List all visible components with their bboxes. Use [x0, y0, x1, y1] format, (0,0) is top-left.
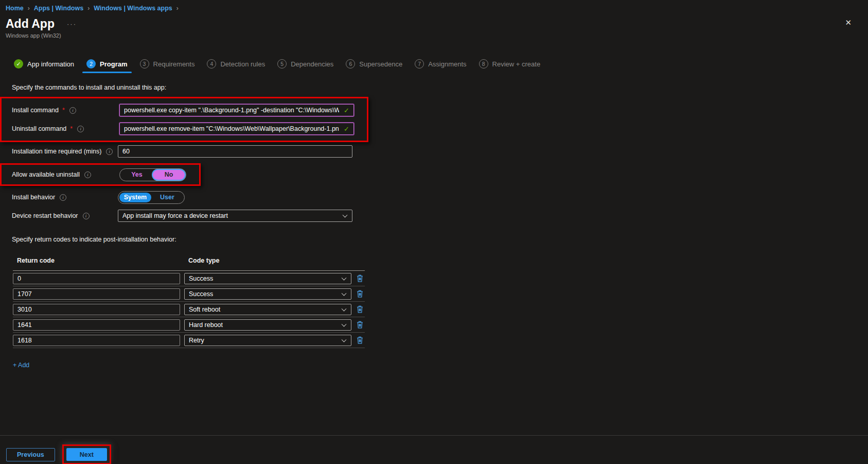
- step-app-information[interactable]: ✓ App information: [9, 59, 81, 73]
- info-icon[interactable]: i: [106, 148, 113, 155]
- allow-available-uninstall-label: Allow available uninstall i: [2, 171, 119, 178]
- breadcrumb-home[interactable]: Home: [6, 5, 24, 12]
- info-icon[interactable]: i: [84, 171, 91, 178]
- step-program[interactable]: 2 Program: [81, 59, 134, 73]
- previous-button[interactable]: Previous: [6, 448, 55, 461]
- return-code-row: Hard reboot: [13, 317, 365, 333]
- step-number-badge: 4: [207, 59, 216, 68]
- install-command-row: Install command* i ✓: [2, 101, 367, 119]
- label-text: Install behavior: [12, 194, 55, 201]
- install-time-row: Installation time required (mins) i: [0, 142, 868, 161]
- uninstall-command-label: Uninstall command* i: [2, 125, 119, 132]
- uninstall-command-row: Uninstall command* i ✓: [2, 119, 367, 138]
- step-dependencies[interactable]: 5 Dependencies: [272, 59, 341, 73]
- install-time-label: Installation time required (mins) i: [0, 148, 118, 155]
- device-restart-behavior-select[interactable]: App install may force a device restart: [118, 210, 352, 222]
- return-code-input[interactable]: [13, 335, 180, 346]
- wizard-footer: Previous Next: [0, 435, 868, 464]
- code-type-select[interactable]: Success: [184, 273, 351, 284]
- add-return-code-link[interactable]: + Add: [13, 362, 29, 369]
- step-label: Supersedence: [359, 60, 402, 68]
- device-restart-behavior-row: Device restart behavior i App install ma…: [0, 207, 868, 225]
- label-text: Allow available uninstall: [12, 171, 80, 178]
- code-type-select[interactable]: Success: [184, 288, 351, 300]
- required-asterisk: *: [70, 125, 73, 132]
- step-number-badge: 8: [479, 59, 488, 68]
- label-text: Installation time required (mins): [12, 148, 101, 155]
- step-done-check-icon: ✓: [14, 59, 23, 68]
- breadcrumb-windows-apps[interactable]: Windows | Windows apps: [94, 5, 172, 12]
- info-icon[interactable]: i: [69, 107, 76, 114]
- breadcrumb-separator: ›: [176, 5, 179, 12]
- chevron-down-icon: [342, 290, 347, 296]
- install-behavior-toggle: System User: [118, 191, 185, 204]
- valid-check-icon: ✓: [344, 107, 349, 114]
- step-number-badge: 6: [346, 59, 355, 68]
- uninstall-command-input[interactable]: [119, 123, 354, 135]
- close-icon[interactable]: ✕: [845, 18, 852, 27]
- info-icon[interactable]: i: [83, 213, 90, 219]
- page-subtitle: Windows app (Win32): [6, 32, 868, 39]
- more-options-icon[interactable]: ···: [67, 20, 77, 28]
- code-type-column-header: Code type: [184, 257, 219, 264]
- allow-available-uninstall-row: Allow available uninstall i Yes No: [2, 165, 199, 184]
- select-value: Success: [189, 275, 213, 282]
- install-time-input[interactable]: [118, 145, 352, 158]
- chevron-down-icon: [342, 306, 347, 311]
- return-code-input[interactable]: [13, 288, 180, 300]
- chevron-down-icon: [342, 275, 347, 280]
- delete-row-trash-icon[interactable]: [357, 321, 363, 329]
- return-codes-header-row: Return code Code type: [13, 250, 365, 271]
- breadcrumb-separator: ›: [87, 5, 90, 12]
- commands-section-heading: Specify the commands to install and unin…: [12, 84, 868, 91]
- install-command-label: Install command* i: [2, 107, 119, 114]
- step-label: App information: [27, 60, 74, 68]
- step-detection-rules[interactable]: 4 Detection rules: [202, 59, 272, 73]
- step-supersedence[interactable]: 6 Supersedence: [341, 59, 410, 73]
- step-label: Requirements: [153, 60, 195, 68]
- delete-row-trash-icon[interactable]: [357, 274, 363, 282]
- select-value: App install may force a device restart: [122, 212, 228, 219]
- label-text: Install command: [12, 107, 59, 114]
- info-icon[interactable]: i: [60, 194, 66, 201]
- delete-row-trash-icon[interactable]: [357, 290, 363, 298]
- code-type-select[interactable]: Retry: [184, 335, 351, 346]
- toggle-option-system-selected[interactable]: System: [119, 193, 151, 202]
- info-icon[interactable]: i: [77, 126, 84, 132]
- return-code-row: Soft reboot: [13, 302, 365, 317]
- code-type-select[interactable]: Hard reboot: [184, 319, 351, 331]
- return-code-input[interactable]: [13, 273, 180, 284]
- step-review-create[interactable]: 8 Review + create: [474, 59, 548, 73]
- next-button[interactable]: Next: [66, 448, 107, 461]
- return-code-column-header: Return code: [13, 257, 184, 264]
- install-command-input[interactable]: [119, 104, 354, 116]
- annotation-box-next: Next: [62, 444, 111, 464]
- chevron-down-icon: [342, 321, 347, 326]
- step-label: Detection rules: [220, 60, 265, 68]
- annotation-box-commands: Install command* i ✓ Uninstall command* …: [0, 97, 368, 142]
- return-code-input[interactable]: [13, 319, 180, 331]
- step-label: Review + create: [492, 60, 541, 68]
- step-requirements[interactable]: 3 Requirements: [135, 59, 202, 73]
- return-code-input[interactable]: [13, 304, 180, 315]
- toggle-option-no-selected[interactable]: No: [153, 170, 185, 180]
- install-behavior-label: Install behavior i: [0, 194, 118, 201]
- install-behavior-row: Install behavior i System User: [0, 188, 868, 207]
- step-assignments[interactable]: 7 Assignments: [410, 59, 473, 73]
- return-code-row: Success: [13, 271, 365, 286]
- step-number-badge: 7: [415, 59, 424, 68]
- page-title: Add App: [6, 17, 55, 31]
- code-type-select[interactable]: Soft reboot: [184, 304, 351, 315]
- label-text: Uninstall command: [12, 125, 66, 132]
- allow-available-uninstall-toggle: Yes No: [119, 168, 186, 181]
- toggle-option-user[interactable]: User: [151, 193, 183, 202]
- step-label: Assignments: [428, 60, 466, 68]
- delete-row-trash-icon[interactable]: [357, 336, 363, 344]
- label-text: Device restart behavior: [12, 212, 78, 219]
- breadcrumb-apps-windows[interactable]: Apps | Windows: [34, 5, 83, 12]
- delete-row-trash-icon[interactable]: [357, 305, 363, 313]
- select-value: Hard reboot: [189, 321, 223, 329]
- required-asterisk: *: [62, 107, 65, 114]
- step-number-badge: 5: [277, 59, 287, 68]
- toggle-option-yes[interactable]: Yes: [121, 170, 153, 180]
